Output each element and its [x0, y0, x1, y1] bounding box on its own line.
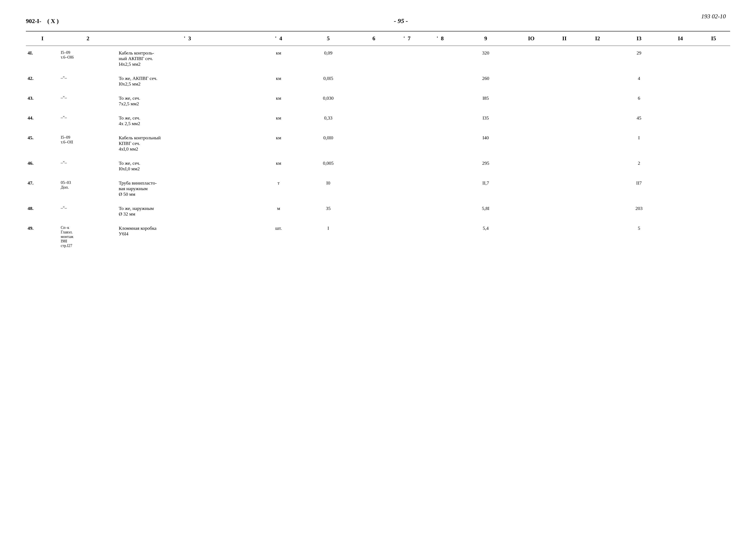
row-col5: 0,09 — [299, 46, 357, 71]
col-header-4: ' 4 — [258, 32, 299, 46]
row-col5: 0,005 — [299, 156, 357, 176]
col-header-9: 9 — [457, 32, 515, 46]
row-num: 4I. — [26, 46, 59, 71]
row-col9: 260 — [457, 71, 515, 91]
table-row: 4I. I5–09т.6–OI6 Кабель контроль-ный АКП… — [26, 46, 730, 71]
col-header-6: 6 — [357, 32, 391, 46]
header-code: 902-I- ( X ) — [26, 18, 59, 25]
row-num: 46. — [26, 156, 59, 176]
col-header-1: I — [26, 32, 59, 46]
row-col9: II,7 — [457, 176, 515, 201]
row-unit: км — [258, 156, 299, 176]
main-table: I 2 ' 3 ' 4 5 6 ' 7 ' 8 9 IO II I2 I3 I4… — [26, 32, 730, 252]
row-col7 — [391, 46, 424, 71]
col-header-5: 5 — [299, 32, 357, 46]
row-desc: Кабель контроль-ный АКПВГ сеч.I4x2,5 мм2 — [117, 46, 258, 71]
row-desc: Кабель контрольныйКПВГ сеч.4xI,0 мм2 — [117, 131, 258, 156]
row-col13: 2 — [614, 156, 664, 176]
row-col6 — [357, 46, 391, 71]
row-col5: I — [299, 221, 357, 252]
row-col9: I35 — [457, 111, 515, 131]
col-header-12: I2 — [581, 32, 614, 46]
row-desc: Труба винипласто-вая наружнымØ 50 мм — [117, 176, 258, 201]
row-col13: 45 — [614, 111, 664, 131]
row-num: 43. — [26, 91, 59, 111]
row-unit: км — [258, 131, 299, 156]
row-col13: I — [614, 131, 664, 156]
col-header-3: ' 3 — [117, 32, 258, 46]
row-unit: км — [258, 71, 299, 91]
row-unit: км — [258, 46, 299, 71]
row-num: 45. — [26, 131, 59, 156]
row-ref: Сп–кГлавэл.монтажI98Iстр.I27 — [59, 221, 117, 252]
row-unit: м — [258, 201, 299, 221]
table-row: 48. –"– То же, наружнымØ 32 мм м 35 5,8I… — [26, 201, 730, 221]
page-number: - 95 - — [71, 17, 730, 25]
table-row: 43. –"– То же, сеч.7x2,5 мм2 км 0,030 I8… — [26, 91, 730, 111]
row-col13: 29 — [614, 46, 664, 71]
row-col12 — [581, 46, 614, 71]
row-col9: I85 — [457, 91, 515, 111]
row-col9: 5,8I — [457, 201, 515, 221]
header: 902-I- ( X ) - 95 - — [26, 17, 730, 25]
col-header-11: II — [548, 32, 581, 46]
row-desc: Кломмная коробкаУ6I4 — [117, 221, 258, 252]
row-unit: т — [258, 176, 299, 201]
col-header-8: ' 8 — [423, 32, 457, 46]
row-num: 42. — [26, 71, 59, 91]
row-ref: –"– — [59, 91, 117, 111]
row-desc: То же, АКПВГ сеч.I0x2,5 мм2 — [117, 71, 258, 91]
col-header-2: 2 — [59, 32, 117, 46]
row-num: 49. — [26, 221, 59, 252]
row-col14 — [664, 46, 697, 71]
row-col9: I40 — [457, 131, 515, 156]
row-num: 47. — [26, 176, 59, 201]
row-unit: км — [258, 91, 299, 111]
row-desc: То же, наружнымØ 32 мм — [117, 201, 258, 221]
row-desc: То же, сеч.4x 2,5 мм2 — [117, 111, 258, 131]
row-col5: 0,33 — [299, 111, 357, 131]
row-ref: –"– — [59, 111, 117, 131]
col-header-14: I4 — [664, 32, 697, 46]
col-header-15: I5 — [697, 32, 730, 46]
table-row: 42. –"– То же, АКПВГ сеч.I0x2,5 мм2 км 0… — [26, 71, 730, 91]
row-col15 — [697, 46, 730, 71]
row-col13: 4 — [614, 71, 664, 91]
row-col5: 0,0I5 — [299, 71, 357, 91]
col-header-7: ' 7 — [391, 32, 424, 46]
document-number: 193 02-10 — [701, 13, 726, 20]
page: 193 02-10 902-I- ( X ) - 95 - — [0, 0, 756, 534]
row-col5: 0,030 — [299, 91, 357, 111]
row-col10 — [515, 46, 548, 71]
row-desc: То же, сеч.I0xI,0 мм2 — [117, 156, 258, 176]
table-row: 46. –"– То же, сеч.I0xI,0 мм2 км 0,005 2… — [26, 156, 730, 176]
row-col13: 203 — [614, 201, 664, 221]
row-unit: км — [258, 111, 299, 131]
table-row: 45. I5–09т.6–OII Кабель контрольныйКПВГ … — [26, 131, 730, 156]
col-header-13: I3 — [614, 32, 664, 46]
row-col5: 35 — [299, 201, 357, 221]
row-ref: –"– — [59, 71, 117, 91]
row-ref: –"– — [59, 201, 117, 221]
row-unit: шт. — [258, 221, 299, 252]
row-ref: 05–03Доп. — [59, 176, 117, 201]
row-col9: 5,4 — [457, 221, 515, 252]
col-header-10: IO — [515, 32, 548, 46]
row-col13: 6 — [614, 91, 664, 111]
row-desc: То же, сеч.7x2,5 мм2 — [117, 91, 258, 111]
row-col5: I0 — [299, 176, 357, 201]
table-row: 49. Сп–кГлавэл.монтажI98Iстр.I27 Кломмна… — [26, 221, 730, 252]
row-col9: 320 — [457, 46, 515, 71]
main-table-container: I 2 ' 3 ' 4 5 6 ' 7 ' 8 9 IO II I2 I3 I4… — [26, 32, 730, 252]
row-num: 48. — [26, 201, 59, 221]
row-col13: II7 — [614, 176, 664, 201]
row-col11 — [548, 46, 581, 71]
table-row: 44. –"– То же, сеч.4x 2,5 мм2 км 0,33 I3… — [26, 111, 730, 131]
row-num: 44. — [26, 111, 59, 131]
row-col9: 295 — [457, 156, 515, 176]
row-col13: 5 — [614, 221, 664, 252]
row-ref: I5–09т.6–OI6 — [59, 46, 117, 71]
table-row: 47. 05–03Доп. Труба винипласто-вая наруж… — [26, 176, 730, 201]
row-col5: 0,0I0 — [299, 131, 357, 156]
row-ref: –"– — [59, 156, 117, 176]
